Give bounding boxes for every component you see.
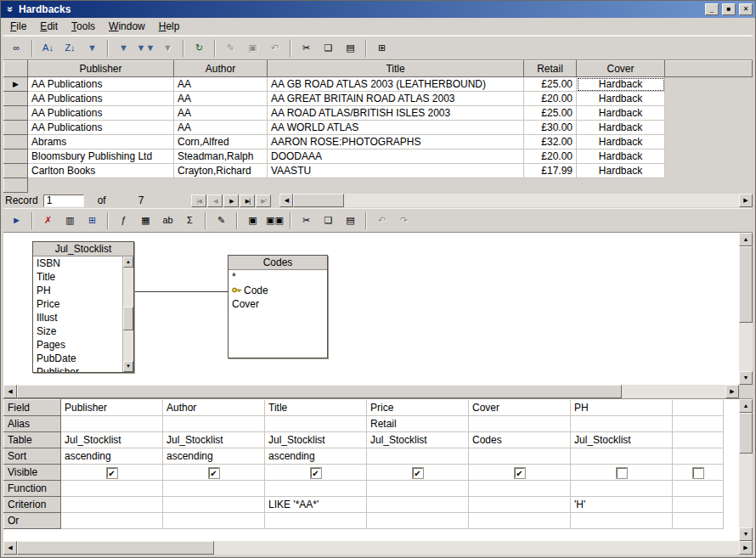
cell-publisher[interactable]: Bloomsbury Publishing Ltd: [28, 149, 174, 164]
refresh-icon[interactable]: ↻: [189, 39, 209, 57]
grid-visible-col2[interactable]: ✔: [163, 465, 265, 481]
distinct-values-icon[interactable]: Σ: [180, 211, 200, 229]
scroll-right-icon[interactable]: ▶: [725, 385, 739, 398]
cell-title[interactable]: AARON ROSE:PHOTOGRAPHS: [268, 135, 524, 149]
paste-icon[interactable]: ▤: [341, 39, 360, 57]
grid-visible-col7[interactable]: [673, 465, 724, 481]
design-table-codes[interactable]: Codes*CodeCover: [228, 255, 328, 358]
grid-row-label-alias[interactable]: Alias: [4, 416, 61, 432]
scroll-left-icon[interactable]: ◀: [3, 541, 17, 555]
column-header-retail[interactable]: Retail: [524, 61, 577, 77]
grid-alias-col3[interactable]: [265, 416, 367, 432]
row-selector[interactable]: [4, 92, 28, 106]
close-button[interactable]: ✕: [739, 3, 753, 15]
grid-visible-col4[interactable]: ✔: [367, 465, 469, 481]
cell-author[interactable]: AA: [174, 92, 268, 106]
standard-filter-icon[interactable]: ▼▼: [136, 39, 155, 57]
grid-or-col4[interactable]: [367, 513, 469, 529]
grid-row-label-table[interactable]: Table: [4, 432, 61, 448]
scrollbar-track[interactable]: [17, 385, 725, 398]
cell-retail[interactable]: £20.00: [524, 92, 577, 106]
data-to-text-icon[interactable]: ⊞: [372, 39, 392, 57]
cell-title[interactable]: VAASTU: [268, 164, 524, 178]
cell-title[interactable]: DOODAAA: [268, 149, 524, 164]
grid-sort-col2[interactable]: ascending: [163, 448, 265, 465]
cell-publisher[interactable]: AA Publications: [28, 121, 174, 135]
grid-field-col1[interactable]: Publisher: [61, 400, 163, 416]
grid-alias-col7[interactable]: [673, 416, 724, 432]
cell-retail[interactable]: £25.00: [524, 77, 577, 92]
scroll-right-icon[interactable]: ▶: [739, 541, 753, 555]
cell-cover[interactable]: Hardback: [577, 77, 665, 92]
menu-window[interactable]: Window: [102, 18, 152, 35]
scroll-left-icon[interactable]: ◀: [279, 194, 293, 207]
grid-function-col3[interactable]: [265, 481, 367, 497]
grid-row-label-field[interactable]: Field: [4, 400, 61, 416]
row-selector[interactable]: [4, 164, 28, 178]
cell-author[interactable]: AA: [174, 77, 268, 92]
cell-retail[interactable]: £25.00: [524, 106, 577, 121]
scrollbar-thumb[interactable]: [293, 194, 344, 207]
next-record-button[interactable]: ▶: [223, 194, 239, 207]
field-item[interactable]: PubDate: [33, 352, 133, 365]
sort-descending-icon[interactable]: Z↓: [60, 39, 80, 57]
cell-author[interactable]: Crayton,Richard: [174, 164, 268, 178]
cell-author[interactable]: Corn,Alfred: [174, 135, 268, 149]
grid-visible-col3[interactable]: ✔: [265, 465, 367, 481]
menu-edit[interactable]: Edit: [33, 18, 65, 35]
column-header-cover[interactable]: Cover: [577, 61, 665, 77]
cell-title[interactable]: AA WORLD ATLAS: [268, 121, 524, 135]
grid-criterion-col6[interactable]: 'H': [571, 497, 673, 513]
field-item[interactable]: ISBN: [33, 256, 133, 270]
run-query-icon[interactable]: ►: [7, 211, 26, 229]
join-line[interactable]: [134, 291, 228, 292]
row-selector[interactable]: [4, 135, 28, 149]
scroll-left-icon[interactable]: ◀: [3, 385, 17, 398]
field-item[interactable]: Cover: [228, 297, 327, 311]
scrollbar-thumb[interactable]: [123, 307, 133, 330]
cut-icon[interactable]: ✂: [296, 39, 316, 57]
field-item[interactable]: *: [228, 270, 327, 284]
apply-filter-icon[interactable]: ▼: [114, 39, 133, 57]
scrollbar-track[interactable]: [739, 413, 753, 527]
grid-visible-col1[interactable]: ✔: [61, 465, 163, 481]
grid-row-label-function[interactable]: Function: [4, 481, 61, 497]
table-name-icon[interactable]: ▦: [136, 211, 155, 229]
visible-checkbox[interactable]: ✔: [209, 468, 219, 478]
grid-row-label-criterion[interactable]: Criterion: [4, 497, 61, 513]
menu-tools[interactable]: Tools: [65, 18, 102, 35]
grid-table-col5[interactable]: Codes: [469, 432, 571, 448]
cell-title[interactable]: AA ROAD ATLAS/BRITISH ISLES 2003: [268, 106, 524, 121]
column-header-publisher[interactable]: Publisher: [28, 61, 174, 77]
scroll-down-icon[interactable]: ▼: [739, 371, 753, 385]
scroll-down-icon[interactable]: ▼: [739, 527, 753, 541]
save-icon[interactable]: ▣: [243, 211, 262, 229]
design-table-jul_stocklist[interactable]: Jul_StocklistISBNTitlePHPriceIllustSizeP…: [32, 241, 134, 373]
scrollbar-thumb[interactable]: [739, 413, 753, 454]
grid-sort-col1[interactable]: ascending: [61, 448, 163, 465]
grid-or-col2[interactable]: [163, 513, 265, 529]
cut-icon[interactable]: ✂: [296, 211, 316, 229]
save-as-icon[interactable]: ▣▣: [265, 211, 285, 229]
grid-sort-col4[interactable]: [367, 448, 469, 465]
alias-icon[interactable]: ab: [158, 211, 178, 229]
find-record-icon[interactable]: ∞: [7, 39, 26, 57]
cell-author[interactable]: AA: [174, 121, 268, 135]
minimize-button[interactable]: _: [705, 3, 719, 15]
row-selector[interactable]: [4, 178, 28, 193]
cell-publisher[interactable]: AA Publications: [28, 92, 174, 106]
grid-row-label-visible[interactable]: Visible: [4, 465, 61, 481]
cell-publisher[interactable]: Carlton Books: [28, 164, 174, 178]
grid-sort-col5[interactable]: [469, 448, 571, 465]
functions-icon[interactable]: ƒ: [114, 211, 133, 229]
grid-or-col3[interactable]: [265, 513, 367, 529]
design-table-title[interactable]: Codes: [228, 256, 327, 270]
switch-design-view-icon[interactable]: ▥: [60, 211, 80, 229]
cell-author[interactable]: AA: [174, 106, 268, 121]
grid-field-col4[interactable]: Price: [367, 400, 469, 416]
grid-table-col2[interactable]: Jul_Stocklist: [163, 432, 265, 448]
grid-function-col4[interactable]: [367, 481, 469, 497]
titlebar[interactable]: « Hardbacks _ ■ ✕: [1, 1, 755, 18]
add-table-icon[interactable]: ⊞: [82, 211, 102, 229]
visible-checkbox[interactable]: ✔: [107, 468, 117, 478]
